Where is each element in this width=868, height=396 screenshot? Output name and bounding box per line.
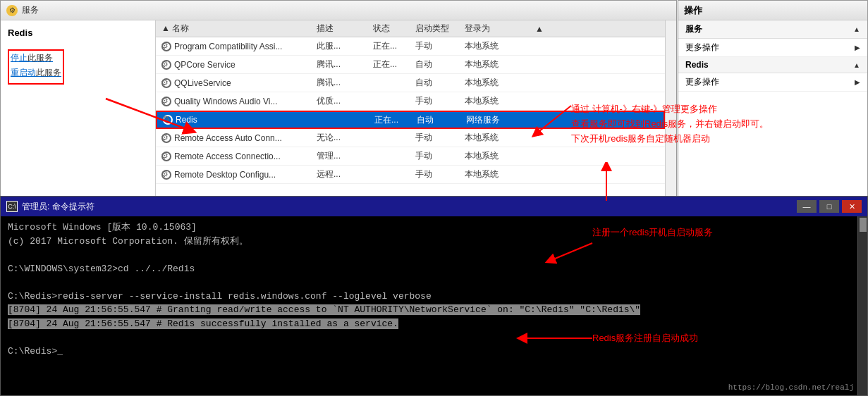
action-more-operations-redis[interactable]: 更多操作 ▶ bbox=[678, 73, 867, 92]
col-scroll: ▲ bbox=[532, 24, 546, 34]
col-status: 状态 bbox=[370, 23, 412, 35]
service-login-cell: 网络服务 bbox=[463, 114, 534, 126]
action-label-2: 更多操作 bbox=[685, 76, 719, 88]
cmd-line-2: (c) 2017 Microsoft Corporation. 保留所有权利。 bbox=[8, 235, 860, 249]
left-panel-title: Redis bbox=[8, 27, 148, 38]
service-startup-cell: 手动 bbox=[412, 150, 462, 162]
col-name: ▲ 名称 bbox=[159, 23, 314, 35]
cmd-scrollbar-thumb[interactable] bbox=[860, 218, 867, 232]
action-redis-label: Redis bbox=[685, 60, 709, 70]
action-more-operations[interactable]: 更多操作 ▶ bbox=[678, 39, 867, 57]
cmd-line-3 bbox=[8, 248, 860, 262]
left-panel: Redis 停止此服务 重启动此服务 bbox=[1, 20, 156, 197]
table-row[interactable]: QPCore Service 腾讯... 正在... 自动 本地系统 bbox=[156, 56, 665, 74]
service-name-cell: Program Compatibility Assi... bbox=[159, 42, 314, 51]
table-row[interactable]: Remote Desktop Configu... 远程... 手动 本地系统 bbox=[156, 166, 665, 184]
restart-service-link[interactable]: 重启动此服务 bbox=[11, 67, 61, 79]
annotation-manage: 通过 计算机-》右键-》管理更多操作 查看服务即可找到Redis服务，并右键启动… bbox=[571, 102, 769, 146]
service-desc-cell: 远程... bbox=[314, 168, 370, 180]
gear-icon bbox=[161, 42, 171, 51]
right-panel-title: 操作 bbox=[678, 1, 867, 20]
action-section-services[interactable]: 服务 ▲ bbox=[678, 20, 867, 39]
annotation-success: Redis服务注册自启动成功 bbox=[592, 331, 698, 346]
cmd-line-1: Microsoft Windows [版本 10.0.15063] bbox=[8, 221, 860, 235]
service-startup-cell: 手动 bbox=[412, 95, 462, 107]
close-button[interactable]: ✕ bbox=[842, 200, 862, 213]
service-login-cell: 本地系统 bbox=[462, 77, 532, 89]
cmd-body: Microsoft Windows [版本 10.0.15063] (c) 20… bbox=[1, 216, 867, 395]
table-row[interactable]: Remote Access Connectio... 管理... 手动 本地系统 bbox=[156, 147, 665, 166]
services-title-bar: ⚙ 服务 bbox=[1, 1, 676, 20]
gear-icon bbox=[161, 60, 171, 70]
service-name-cell: Quality Windows Audio Vi... bbox=[159, 97, 314, 106]
gear-icon bbox=[161, 133, 171, 143]
cmd-title-text: 管理员: 命令提示符 bbox=[22, 201, 94, 213]
service-name-cell: Redis bbox=[160, 115, 315, 125]
cmd-line-4: C:\WINDOWS\system32>cd ../../Redis bbox=[8, 262, 860, 276]
gear-icon bbox=[161, 78, 171, 88]
cmd-title-bar: C:\ 管理员: 命令提示符 — □ ✕ bbox=[1, 197, 867, 216]
gear-icon bbox=[161, 151, 171, 161]
action-links-box: 停止此服务 重启动此服务 bbox=[8, 49, 64, 85]
service-login-cell: 本地系统 bbox=[462, 58, 532, 70]
cmd-window-controls: — □ ✕ bbox=[797, 200, 862, 213]
service-status-cell: 正在... bbox=[372, 114, 414, 126]
table-row[interactable]: QQLiveService 腾讯... 自动 本地系统 bbox=[156, 74, 665, 92]
table-row[interactable]: Program Compatibility Assi... 此服... 正在..… bbox=[156, 37, 665, 56]
service-desc-cell: 优质... bbox=[314, 95, 370, 107]
service-login-cell: 本地系统 bbox=[462, 132, 532, 144]
action-section-label: 服务 bbox=[685, 23, 702, 35]
service-desc-cell: 此服... bbox=[314, 40, 370, 52]
cmd-title-left: C:\ 管理员: 命令提示符 bbox=[6, 201, 94, 213]
cmd-line-10: C:\Redis>_ bbox=[8, 345, 860, 359]
service-startup-cell: 手动 bbox=[412, 168, 462, 180]
cmd-line-5 bbox=[8, 276, 860, 290]
gear-icon bbox=[161, 97, 171, 106]
action-section-redis[interactable]: Redis ▲ bbox=[678, 57, 867, 73]
services-title-text: 服务 bbox=[22, 4, 39, 16]
cmd-line-6: C:\Redis>redis-server --service-install … bbox=[8, 290, 860, 304]
cmd-line-7: [8704] 24 Aug 21:56:55.547 # Granting re… bbox=[8, 303, 860, 317]
service-status-cell: 正在... bbox=[370, 58, 412, 70]
stop-service-link[interactable]: 停止此服务 bbox=[11, 52, 61, 64]
restore-button[interactable]: □ bbox=[819, 200, 839, 213]
service-login-cell: 本地系统 bbox=[462, 95, 532, 107]
service-login-cell: 本地系统 bbox=[462, 168, 532, 180]
col-login: 登录为 bbox=[462, 23, 532, 35]
gear-icon bbox=[161, 170, 171, 180]
cmd-window: C:\ 管理员: 命令提示符 — □ ✕ Microsoft Windows [… bbox=[0, 196, 868, 396]
service-desc-cell: 腾讯... bbox=[314, 77, 370, 89]
cmd-line-9 bbox=[8, 330, 860, 345]
service-startup-cell: 手动 bbox=[412, 132, 462, 144]
annotation-register: 注册一个redis开机自启动服务 bbox=[592, 225, 713, 240]
cmd-window-icon: C:\ bbox=[6, 201, 18, 212]
col-startup: 启动类型 bbox=[412, 23, 462, 35]
action-label: 更多操作 bbox=[685, 42, 719, 54]
cmd-line-8: [8704] 24 Aug 21:56:55.547 # Redis succe… bbox=[8, 317, 860, 331]
collapse-arrow-icon: ▲ bbox=[853, 25, 860, 33]
service-name-cell: Remote Access Connectio... bbox=[159, 151, 314, 161]
service-desc-cell: 腾讯... bbox=[314, 58, 370, 70]
arrow-right-icon: ▶ bbox=[855, 44, 860, 51]
service-login-cell: 本地系统 bbox=[462, 150, 532, 162]
services-window: ⚙ 服务 Redis 停止此服务 重启动此服务 ▲ 名称 描述 状态 启动类型 … bbox=[0, 0, 677, 197]
service-status-cell: 正在... bbox=[370, 40, 412, 52]
service-login-cell: 本地系统 bbox=[462, 40, 532, 52]
service-startup-cell: 自动 bbox=[412, 77, 462, 89]
collapse-arrow-icon-2: ▲ bbox=[853, 61, 860, 69]
services-window-icon: ⚙ bbox=[6, 5, 18, 16]
service-startup-cell: 自动 bbox=[412, 58, 462, 70]
cmd-scrollbar[interactable] bbox=[857, 216, 867, 395]
right-panel: 操作 服务 ▲ 更多操作 ▶ Redis ▲ 更多操作 ▶ bbox=[678, 0, 868, 197]
url-text: https://blog.csdn.net/realj bbox=[728, 383, 854, 392]
service-name-cell: QPCore Service bbox=[159, 60, 314, 70]
service-startup-cell: 自动 bbox=[414, 114, 463, 126]
minimize-button[interactable]: — bbox=[797, 200, 817, 213]
service-startup-cell: 手动 bbox=[412, 40, 462, 52]
service-desc-cell: 管理... bbox=[314, 150, 370, 162]
service-desc-cell: 无论... bbox=[314, 132, 370, 144]
gear-icon bbox=[163, 115, 173, 125]
arrow-right-icon-2: ▶ bbox=[855, 78, 860, 86]
table-header: ▲ 名称 描述 状态 启动类型 登录为 ▲ bbox=[156, 20, 665, 37]
col-desc: 描述 bbox=[314, 23, 370, 35]
